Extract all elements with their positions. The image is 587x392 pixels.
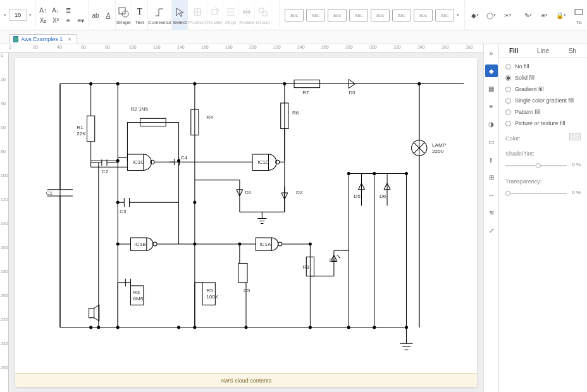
- collapse-panel-icon[interactable]: »: [485, 47, 498, 59]
- opt-gradient-fill[interactable]: Gradient fill: [505, 86, 581, 92]
- align-button[interactable]: Align: [223, 0, 239, 30]
- gallery-more-icon[interactable]: ▾: [457, 13, 459, 18]
- font-color-icon[interactable]: A: [104, 11, 113, 20]
- text-icon: T: [133, 6, 146, 18]
- crop-icon[interactable]: ✂▾: [503, 10, 513, 20]
- stats-panel-icon[interactable]: ⫿: [485, 153, 498, 166]
- to-label: To: [576, 20, 581, 25]
- solid-fill-label: Solid fill: [515, 75, 534, 81]
- lock-icon[interactable]: 🔒▾: [556, 10, 566, 20]
- label-d6: D6: [380, 193, 386, 199]
- page-panel-icon[interactable]: ▭: [485, 135, 498, 148]
- style-swatch[interactable]: Abc: [414, 9, 433, 21]
- flip-icon: [240, 6, 253, 18]
- theme-panel-icon[interactable]: ◑: [485, 118, 498, 130]
- font-dropdown-icon[interactable]: ▾: [4, 13, 6, 18]
- position-label: Position: [188, 20, 206, 25]
- rotate-label: Rotate: [207, 20, 222, 25]
- align-label: Align: [225, 20, 237, 25]
- label-r7: R7: [302, 90, 309, 95]
- shade-slider[interactable]: 0 %: [505, 162, 581, 169]
- size-dropdown-icon[interactable]: ▾: [29, 13, 32, 18]
- text-button[interactable]: T Text: [132, 0, 149, 30]
- document-icon: [13, 36, 18, 42]
- text-label: Text: [135, 20, 144, 25]
- rotate-button[interactable]: Rotate: [207, 0, 223, 30]
- color-row: Color:: [505, 132, 581, 142]
- paragraph-icon[interactable]: ≡▾: [77, 16, 85, 25]
- grid-panel-icon[interactable]: ▦: [485, 82, 498, 95]
- gradient-fill-label: Gradient fill: [515, 86, 544, 92]
- document-tab[interactable]: Aws Examples 1 ×: [9, 34, 77, 44]
- table-panel-icon[interactable]: ⊞: [485, 171, 498, 183]
- opt-single-grad[interactable]: Single color gradient fill: [505, 97, 581, 104]
- svg-point-35: [151, 160, 154, 164]
- svg-point-11: [90, 326, 92, 329]
- close-tab-icon[interactable]: ×: [68, 36, 71, 42]
- document-canvas[interactable]: C1 R1 22K R2 1N5 C2 C3 C4 IC1C R4 R6 R7 …: [15, 58, 477, 387]
- label-r2: R2 1N5: [130, 106, 148, 112]
- svg-point-42: [278, 242, 282, 246]
- style-swatch[interactable]: Abc: [435, 9, 454, 21]
- style-swatch[interactable]: Abc: [306, 9, 325, 21]
- highlight-icon[interactable]: ab: [91, 11, 100, 20]
- pattern-fill-label: Pattern fill: [515, 109, 540, 115]
- label-r3v: 6M8: [133, 296, 144, 302]
- distribute-panel-icon[interactable]: ≋: [485, 206, 498, 219]
- font-size-input[interactable]: [9, 9, 27, 21]
- opt-picture-fill[interactable]: Picture or texture fill: [505, 120, 581, 126]
- select-button[interactable]: Select: [172, 0, 188, 30]
- transparency-slider[interactable]: 0 %: [505, 190, 581, 197]
- opt-pattern-fill[interactable]: Pattern fill: [505, 109, 581, 115]
- label-d1: D1: [245, 190, 252, 195]
- superscript-icon[interactable]: X²: [51, 16, 60, 25]
- label-c5: C5: [244, 288, 250, 293]
- opt-solid-fill[interactable]: Solid fill: [505, 75, 581, 81]
- label-d3: D3: [349, 90, 355, 95]
- decrease-font-icon[interactable]: A↓: [51, 6, 60, 15]
- label-ic1c: IC1C: [133, 159, 145, 165]
- rotate-icon: [208, 6, 221, 18]
- weight-icon[interactable]: ≡▾: [540, 10, 550, 20]
- connector-button[interactable]: Connector: [148, 0, 172, 30]
- shape-button[interactable]: Shape: [116, 0, 132, 30]
- opt-no-fill[interactable]: No fill: [505, 63, 581, 70]
- group-button[interactable]: Group: [255, 0, 271, 30]
- label-r8: R8: [302, 264, 309, 270]
- tab-fill[interactable]: Fill: [499, 44, 528, 58]
- flip-button[interactable]: Rotate: [239, 0, 256, 30]
- label-lampv: 220V: [432, 149, 445, 154]
- to-button[interactable]: To: [571, 0, 587, 30]
- label-r5v: 100K: [206, 294, 219, 300]
- position-button[interactable]: Position: [188, 0, 206, 30]
- format-panel-icon[interactable]: ◆: [485, 64, 498, 77]
- subscript-icon[interactable]: X₂: [39, 16, 47, 25]
- layers-panel-icon[interactable]: ≡: [485, 100, 498, 113]
- style-swatch[interactable]: Abc: [285, 9, 304, 21]
- line-color-icon[interactable]: ◯▾: [486, 10, 497, 20]
- label-d5: D5: [354, 193, 361, 199]
- spacing-panel-icon[interactable]: ↔: [485, 188, 498, 201]
- fill-bucket-icon[interactable]: ◆▾: [470, 10, 480, 20]
- line-spacing-icon[interactable]: ≣: [64, 6, 73, 15]
- props-tabs: Fill Line Sh: [499, 44, 587, 58]
- properties-panel: Fill Line Sh No fill Solid fill Gradient…: [498, 44, 587, 392]
- bullets-icon[interactable]: ≡: [64, 16, 73, 25]
- schematic-svg: C1 R1 22K R2 1N5 C2 C3 C4 IC1C R4 R6 R7 …: [15, 58, 477, 379]
- svg-rect-3: [212, 9, 217, 15]
- style-swatch[interactable]: Abc: [328, 9, 347, 21]
- document-tabbar: Aws Examples 1 ×: [0, 30, 587, 44]
- tab-line[interactable]: Line: [528, 44, 557, 58]
- color-swatch[interactable]: [569, 133, 581, 140]
- increase-font-icon[interactable]: A↑: [39, 6, 47, 15]
- line-tools-2: ✎▾ ≡▾ 🔒▾: [518, 0, 571, 30]
- label-c4: C4: [181, 155, 188, 161]
- style-swatch[interactable]: Abc: [371, 9, 390, 21]
- style-swatch[interactable]: Abc: [392, 9, 411, 21]
- tab-shadow[interactable]: Sh: [558, 44, 587, 58]
- pen-icon[interactable]: ✎▾: [523, 10, 533, 20]
- expand-panel-icon[interactable]: ⤢: [485, 224, 498, 236]
- label-r4: R4: [206, 114, 213, 120]
- style-gallery[interactable]: Abc Abc Abc Abc Abc Abc Abc Abc ▾: [279, 0, 465, 30]
- style-swatch[interactable]: Abc: [349, 9, 368, 21]
